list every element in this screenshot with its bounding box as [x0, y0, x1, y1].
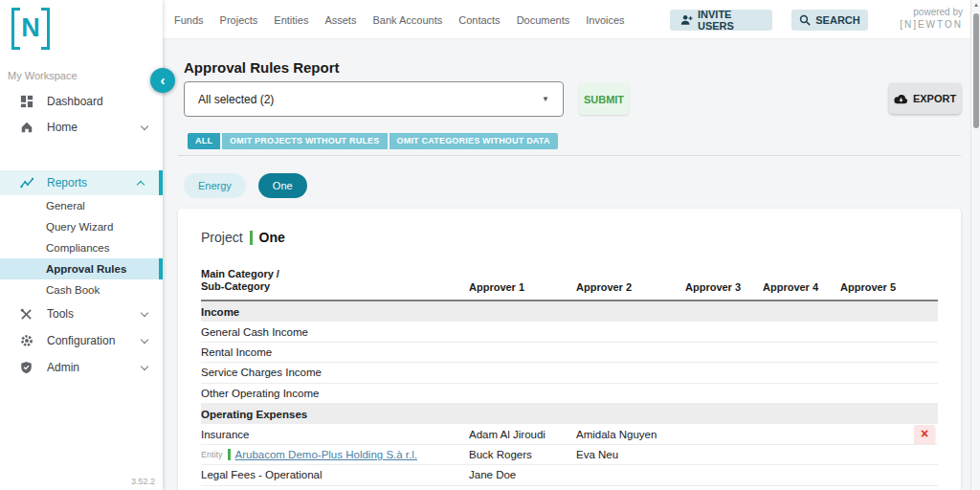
tools-icon: [20, 308, 35, 321]
sidebar: N My Workspace Dashboard Home Reports G: [0, 0, 163, 490]
sidebar-subitem-label: General: [46, 200, 85, 212]
column-header-approver-2: Approver 2: [576, 281, 685, 293]
sidebar-item-dashboard[interactable]: Dashboard: [0, 88, 163, 114]
workspace-label: My Workspace: [8, 70, 78, 81]
logo-bracket-right: [41, 8, 50, 50]
chevron-down-icon: [141, 363, 148, 370]
powered-by-text: powered by: [900, 6, 963, 18]
sidebar-item-general[interactable]: General: [0, 195, 163, 216]
sidebar-item-approval-rules[interactable]: Approval Rules: [0, 258, 163, 279]
column-header-approver-3: Approver 3: [685, 281, 763, 293]
column-header-category: Main Category / Sub-Category: [201, 268, 469, 293]
sidebar-item-label: Admin: [47, 361, 79, 374]
scroll-up-arrow[interactable]: ▲: [972, 2, 980, 8]
table-row: Service Charges Income: [201, 363, 938, 383]
page-title: Approval Rules Report: [184, 59, 340, 76]
sidebar-item-home[interactable]: Home: [0, 114, 163, 140]
submit-button[interactable]: SUBMIT: [579, 83, 629, 115]
entity-link[interactable]: Arubacom Demo-Plus Holding S.à r.l.: [235, 449, 417, 460]
table-row: Rental Income: [201, 343, 938, 363]
topnav-item-assets[interactable]: Assets: [324, 14, 356, 26]
sidebar-item-query-wizard[interactable]: Query Wizard: [0, 216, 163, 237]
category-label: Service Charges Income: [201, 367, 469, 378]
approver-cell: Adam Al Jiroudi: [469, 429, 576, 440]
topnav-item-contacts[interactable]: Contacts: [458, 14, 500, 26]
sidebar-item-reports[interactable]: Reports: [0, 170, 163, 195]
entity-prefix-label: Entity: [201, 450, 223, 459]
sidebar-item-compliances[interactable]: Compliances: [0, 237, 163, 258]
search-label: SEARCH: [815, 14, 859, 26]
chevron-up-icon: [137, 180, 145, 188]
approver-cell: Jane Doe: [469, 469, 576, 480]
home-icon: [20, 121, 35, 134]
app-logo[interactable]: N: [11, 8, 50, 50]
column-header-approver-4: Approver 4: [763, 281, 840, 293]
topnav-item-funds[interactable]: Funds: [174, 14, 204, 26]
top-bar: Funds Projects Entities Assets Bank Acco…: [163, 0, 980, 39]
topnav-item-documents[interactable]: Documents: [517, 14, 570, 26]
table-row: InsuranceAdam Al JiroudiAmidala Nguyen×: [201, 424, 938, 444]
category-label: Legal Fees - Operational: [201, 469, 469, 480]
table-row: Other Operating Income: [201, 384, 938, 404]
green-bar: [250, 231, 253, 245]
topnav-item-invoices[interactable]: Invoices: [586, 14, 624, 26]
category-label: Insurance: [201, 429, 469, 440]
search-icon: [799, 14, 811, 26]
project-name: One: [259, 230, 285, 245]
tab-energy[interactable]: Energy: [184, 173, 246, 198]
powered-by: powered by [N]EWTON: [900, 6, 963, 31]
search-button[interactable]: SEARCH: [791, 10, 868, 31]
invite-users-button[interactable]: INVITE USERS: [670, 10, 772, 31]
category-label: Operating Expenses: [201, 409, 469, 420]
vertical-scrollbar[interactable]: ▲: [970, 0, 980, 490]
project-label: Project: [201, 230, 243, 245]
project-heading: Project One: [201, 230, 938, 245]
cloud-download-icon: [894, 94, 908, 104]
export-label: EXPORT: [913, 93, 956, 104]
category-label: General Cash Income: [201, 326, 469, 338]
dashboard-icon: [20, 95, 35, 108]
sidebar-item-cash-book[interactable]: Cash Book: [0, 279, 163, 301]
chip-omit-categories[interactable]: OMIT CATEGORIES WITHOUT DATA: [390, 133, 558, 149]
sidebar-item-configuration[interactable]: Configuration: [0, 327, 163, 354]
reports-icon: [20, 177, 35, 189]
sidebar-collapse-button[interactable]: ‹: [150, 68, 175, 93]
filter-chip-group: ALL OMIT PROJECTS WITHOUT RULES OMIT CAT…: [188, 133, 558, 149]
export-button[interactable]: EXPORT: [889, 83, 961, 114]
table-body: IncomeGeneral Cash IncomeRental IncomeSe…: [201, 301, 938, 486]
tab-one[interactable]: One: [258, 173, 307, 198]
topnav-item-bank-accounts[interactable]: Bank Accounts: [372, 14, 442, 26]
category-label: Other Operating Income: [201, 388, 469, 399]
dropdown-caret-icon: ▼: [542, 95, 549, 103]
chevron-down-icon: [141, 309, 148, 317]
section-divider: [178, 155, 961, 156]
shield-icon: [20, 361, 35, 374]
sidebar-item-label: Configuration: [47, 334, 115, 347]
person-add-icon: [679, 14, 693, 26]
topnav-item-entities[interactable]: Entities: [274, 14, 308, 26]
table-section-row: Income: [201, 301, 938, 322]
topnav-item-projects[interactable]: Projects: [220, 14, 258, 26]
remove-rule-button[interactable]: ×: [914, 425, 935, 444]
table-row: Legal Fees - OperationalJane Doe: [201, 465, 938, 485]
sidebar-item-admin[interactable]: Admin: [0, 354, 163, 381]
chevron-down-icon: [141, 122, 148, 129]
approver-cell: Amidala Nguyen: [576, 429, 685, 440]
table-row: General Cash Income: [201, 322, 938, 342]
green-bar: [228, 449, 231, 460]
sidebar-subitem-label: Cash Book: [46, 284, 100, 296]
sidebar-nav: Dashboard Home Reports General Query Wiz…: [0, 88, 163, 381]
column-header-approver-5: Approver 5: [840, 281, 914, 293]
app-version: 3.52.2: [131, 477, 155, 486]
sidebar-item-tools[interactable]: Tools: [0, 301, 163, 327]
chip-omit-projects[interactable]: OMIT PROJECTS WITHOUT RULES: [222, 133, 387, 149]
dropdown-value: All selected (2): [198, 93, 274, 106]
approver-cell: Eva Neu: [576, 449, 685, 460]
table-section-row: Operating Expenses: [201, 404, 938, 424]
sidebar-subitem-label: Compliances: [46, 242, 109, 254]
project-filter-dropdown[interactable]: All selected (2) ▼: [184, 81, 564, 117]
chip-all[interactable]: ALL: [188, 133, 220, 149]
project-tabs: Energy One: [184, 173, 307, 198]
sidebar-item-label: Home: [47, 121, 78, 134]
scrollbar-thumb[interactable]: [973, 13, 979, 128]
